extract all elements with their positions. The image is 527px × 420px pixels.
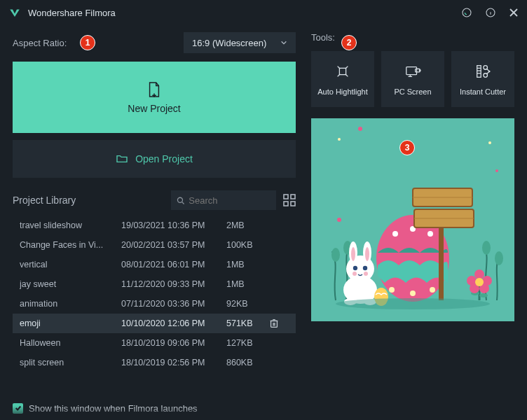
library-item-name: split screen bbox=[20, 358, 121, 368]
pc-screen-icon bbox=[404, 63, 421, 82]
tool-label: PC Screen bbox=[394, 88, 431, 96]
svg-rect-14 bbox=[271, 321, 278, 327]
svg-rect-13 bbox=[291, 202, 295, 206]
library-row[interactable]: animation07/11/2020 03:36 PM92KB bbox=[13, 294, 296, 314]
search-icon bbox=[177, 196, 184, 205]
svg-point-8 bbox=[177, 197, 182, 202]
library-item-name: animation bbox=[20, 299, 121, 309]
info-icon[interactable] bbox=[485, 7, 496, 18]
library-item-size: 127KB bbox=[226, 338, 268, 348]
svg-point-51 bbox=[389, 287, 395, 293]
auto-highlight-icon bbox=[334, 63, 351, 82]
library-row[interactable]: emoji10/10/2020 12:06 PM571KB bbox=[13, 314, 296, 333]
svg-point-41 bbox=[495, 169, 498, 172]
svg-point-50 bbox=[427, 231, 433, 237]
svg-rect-12 bbox=[284, 202, 288, 206]
titlebar: Wondershare Filmora bbox=[0, 0, 527, 25]
delete-icon[interactable] bbox=[268, 318, 280, 329]
library-item-name: jay sweet bbox=[20, 279, 121, 289]
tool-instant-cutter[interactable]: Instant Cutter bbox=[451, 51, 514, 107]
tool-label: Instant Cutter bbox=[460, 88, 506, 96]
library-item-date: 07/11/2020 03:36 PM bbox=[121, 299, 226, 309]
show-on-launch-checkbox[interactable]: Show this window when Filmora launches bbox=[13, 403, 198, 414]
preview-image bbox=[311, 118, 514, 321]
library-row[interactable]: split screen18/10/2019 02:56 PM860KB bbox=[13, 353, 296, 372]
folder-icon bbox=[116, 154, 128, 164]
new-project-button[interactable]: New Project bbox=[13, 62, 296, 133]
svg-line-9 bbox=[182, 202, 184, 204]
chevron-down-icon bbox=[280, 39, 287, 46]
library-item-date: 08/01/2021 06:01 PM bbox=[121, 260, 226, 270]
library-row[interactable]: Halloween18/10/2019 09:06 PM127KB bbox=[13, 333, 296, 353]
open-project-button[interactable]: Open Project bbox=[13, 140, 296, 178]
show-on-launch-label: Show this window when Filmora launches bbox=[29, 403, 198, 414]
support-icon[interactable] bbox=[461, 7, 472, 18]
library-item-date: 11/12/2020 09:33 PM bbox=[121, 279, 226, 289]
preview-thumbnail[interactable] bbox=[311, 118, 514, 321]
checkbox-box bbox=[13, 403, 23, 414]
search-input[interactable] bbox=[189, 195, 271, 206]
app-title: Wondershare Filmora bbox=[28, 8, 461, 18]
aspect-ratio-value: 16:9 (Widescreen) bbox=[192, 38, 266, 48]
svg-line-20 bbox=[338, 66, 341, 69]
close-icon[interactable] bbox=[509, 8, 519, 18]
library-item-size: 571KB bbox=[226, 318, 268, 328]
library-item-date: 10/10/2020 12:06 PM bbox=[121, 318, 226, 328]
svg-line-21 bbox=[345, 66, 348, 69]
new-project-label: New Project bbox=[128, 103, 180, 114]
search-wrap[interactable] bbox=[171, 190, 276, 210]
library-row[interactable]: jay sweet11/12/2020 09:33 PM1MB bbox=[13, 274, 296, 294]
svg-point-73 bbox=[479, 293, 488, 298]
svg-point-52 bbox=[410, 290, 416, 296]
library-item-name: emoji bbox=[20, 318, 121, 328]
svg-point-43 bbox=[331, 248, 340, 262]
library-item-date: 18/10/2019 02:56 PM bbox=[121, 358, 226, 368]
svg-point-74 bbox=[474, 270, 484, 279]
svg-point-79 bbox=[475, 278, 484, 286]
svg-line-36 bbox=[487, 71, 491, 74]
svg-point-68 bbox=[364, 272, 368, 276]
tool-label: Auto Hightlight bbox=[317, 88, 368, 96]
check-icon bbox=[15, 405, 22, 412]
svg-point-0 bbox=[463, 8, 471, 17]
open-project-label: Open Project bbox=[135, 153, 193, 164]
library-item-date: 19/03/2021 10:36 PM bbox=[121, 220, 226, 230]
library-row[interactable]: Change Faces in Vi...20/02/2021 03:57 PM… bbox=[13, 235, 296, 255]
library-row[interactable]: travel slideshow19/03/2021 10:36 PM2MB bbox=[13, 216, 296, 235]
svg-rect-11 bbox=[291, 195, 295, 199]
svg-point-40 bbox=[488, 141, 491, 144]
tool-auto-highlight[interactable]: Auto Hightlight bbox=[311, 51, 374, 107]
svg-point-45 bbox=[482, 241, 491, 255]
library-item-size: 860KB bbox=[226, 358, 268, 368]
svg-line-23 bbox=[345, 74, 348, 76]
svg-point-38 bbox=[338, 138, 341, 141]
library-row[interactable]: vertical08/01/2021 06:01 PM1MB bbox=[13, 255, 296, 274]
library-item-size: 92KB bbox=[226, 299, 268, 309]
svg-point-63 bbox=[351, 247, 355, 261]
library-title: Project Library bbox=[13, 195, 76, 206]
library-item-name: travel slideshow bbox=[20, 220, 121, 230]
svg-point-48 bbox=[392, 231, 398, 237]
library-item-size: 1MB bbox=[226, 279, 268, 289]
svg-point-64 bbox=[365, 247, 369, 261]
library-item-name: vertical bbox=[20, 260, 121, 270]
svg-point-39 bbox=[358, 127, 362, 131]
library-item-date: 20/02/2021 03:57 PM bbox=[121, 240, 226, 250]
svg-point-42 bbox=[337, 218, 341, 222]
svg-rect-29 bbox=[477, 65, 481, 77]
grid-view-button[interactable] bbox=[283, 194, 296, 206]
tool-pc-screen[interactable]: PC Screen bbox=[381, 51, 444, 107]
instant-cutter-icon bbox=[474, 63, 491, 82]
aspect-ratio-select[interactable]: 16:9 (Widescreen) bbox=[184, 32, 296, 53]
library-list[interactable]: travel slideshow19/03/2021 10:36 PM2MBCh… bbox=[13, 216, 303, 396]
svg-line-22 bbox=[338, 74, 341, 76]
svg-point-81 bbox=[336, 298, 490, 309]
svg-point-53 bbox=[430, 287, 435, 293]
library-item-size: 100KB bbox=[226, 240, 268, 250]
library-item-date: 18/10/2019 09:06 PM bbox=[121, 338, 226, 348]
svg-point-66 bbox=[363, 266, 367, 270]
svg-point-67 bbox=[353, 272, 357, 276]
library-item-size: 2MB bbox=[226, 220, 268, 230]
aspect-ratio-label: Aspect Ratio: bbox=[13, 38, 67, 48]
library-item-name: Halloween bbox=[20, 338, 121, 348]
